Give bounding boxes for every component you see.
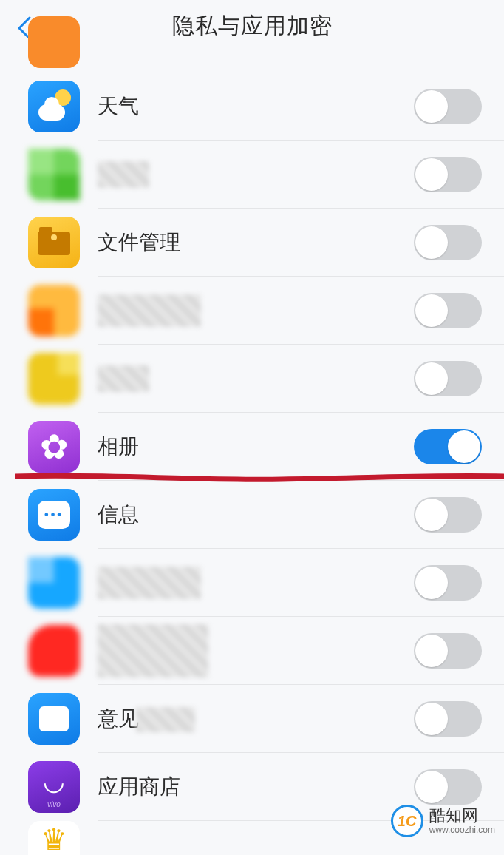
toggle[interactable] — [414, 157, 482, 192]
app-label: 文件管理 — [98, 229, 180, 257]
toggle-files[interactable] — [414, 225, 482, 260]
censored-label — [98, 294, 201, 327]
toggle[interactable] — [414, 293, 482, 328]
censored-label — [98, 567, 201, 599]
toggle-gallery[interactable] — [414, 429, 482, 464]
toggle[interactable] — [414, 361, 482, 396]
app-list: 天气 文件管理 — [0, 52, 504, 855]
app-label: 相册 — [98, 433, 139, 461]
list-item[interactable] — [0, 345, 504, 413]
app-icon — [28, 285, 80, 337]
app-icon — [28, 625, 80, 677]
watermark-url: www.coozhi.com — [429, 825, 495, 835]
app-label: 天气 — [98, 92, 139, 121]
censored-label — [98, 624, 208, 677]
toggle[interactable] — [414, 633, 482, 669]
app-icon — [28, 353, 80, 405]
app-label: 应用商店 — [98, 773, 180, 801]
list-item-feedback[interactable]: 意见 — [0, 685, 504, 753]
censored-label — [98, 365, 149, 392]
app-icon — [28, 149, 80, 200]
toggle-feedback[interactable] — [414, 701, 482, 737]
censored-label — [98, 161, 149, 188]
toggle-store[interactable] — [414, 769, 482, 805]
gallery-icon: ✿ — [28, 421, 80, 473]
watermark-logo-icon: 1C — [391, 805, 423, 837]
toggle[interactable] — [414, 565, 482, 601]
list-item[interactable] — [0, 52, 504, 72]
weather-icon — [28, 81, 80, 132]
toggle-messages[interactable] — [414, 497, 482, 533]
feedback-icon — [28, 693, 80, 745]
appstore-icon: ◡vivo — [28, 761, 80, 813]
list-item-gallery[interactable]: ✿ 相册 — [0, 413, 504, 481]
list-item-messages[interactable]: ••• 信息 — [0, 481, 504, 549]
list-item-files[interactable]: 文件管理 — [0, 209, 504, 277]
app-label: 意见 — [98, 705, 195, 733]
list-item-weather[interactable]: 天气 — [0, 72, 504, 141]
list-item[interactable] — [0, 277, 504, 345]
list-item[interactable] — [0, 617, 504, 685]
list-item[interactable] — [0, 141, 504, 209]
folder-icon — [28, 217, 80, 268]
app-icon — [28, 16, 80, 68]
app-icon — [28, 557, 80, 609]
watermark-name: 酷知网 — [429, 807, 495, 825]
watermark: 1C 酷知网 www.coozhi.com — [391, 805, 495, 837]
messages-icon: ••• — [28, 489, 80, 541]
crown-icon: ♛ — [28, 821, 80, 855]
toggle-weather[interactable] — [414, 89, 482, 124]
list-item[interactable] — [0, 549, 504, 617]
app-label: 信息 — [98, 501, 139, 529]
